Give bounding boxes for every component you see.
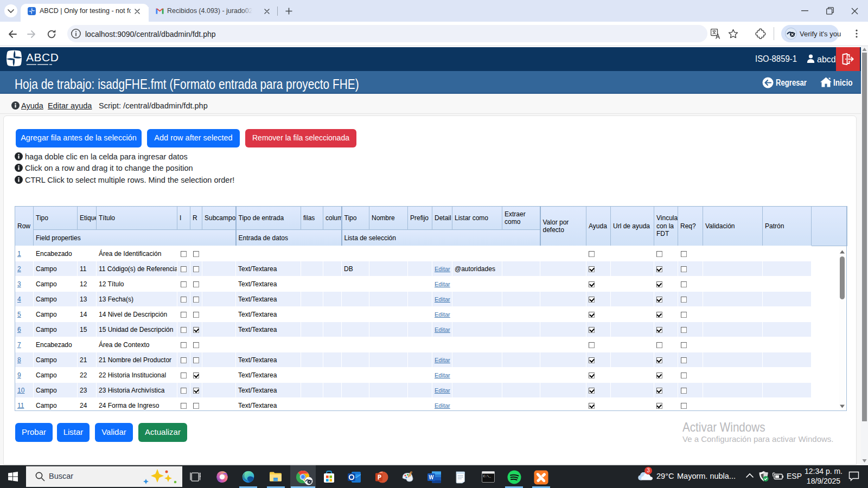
svg-text:C:\_: C:\_	[483, 474, 492, 478]
